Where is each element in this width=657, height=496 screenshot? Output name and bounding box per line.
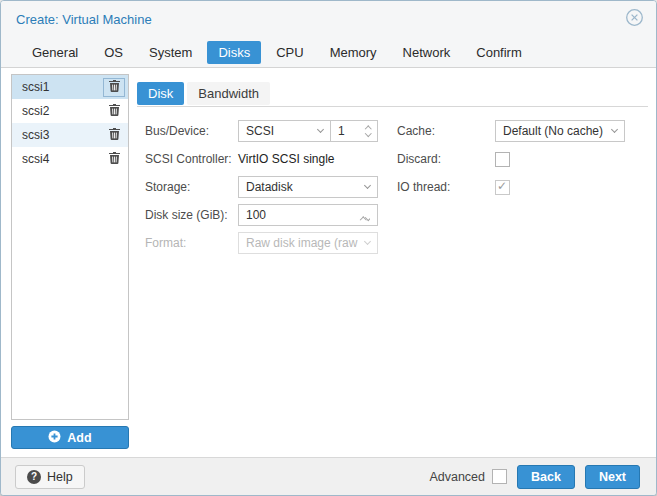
tab-disk[interactable]: Disk xyxy=(137,82,184,105)
form-right-column: Cache: Default (No cache) Discard: xyxy=(397,120,625,260)
bus-number-stepper[interactable]: 1 xyxy=(330,120,378,142)
discard-row: Discard: xyxy=(397,148,625,170)
disk-list: scsi1 scsi2 scsi3 xyxy=(11,74,129,420)
tab-system[interactable]: System xyxy=(138,41,203,64)
delete-disk-button[interactable] xyxy=(103,150,125,169)
disk-size-row: Disk size (GiB): 100 xyxy=(145,204,378,226)
tab-memory[interactable]: Memory xyxy=(319,41,388,64)
tab-cpu[interactable]: CPU xyxy=(265,41,314,64)
disk-sidebar: scsi1 scsi2 scsi3 xyxy=(11,74,129,457)
storage-row: Storage: Datadisk xyxy=(145,176,378,198)
io-thread-checkbox[interactable] xyxy=(495,180,510,195)
cache-label: Cache: xyxy=(397,124,495,138)
discard-checkbox[interactable] xyxy=(495,152,510,167)
io-thread-row: IO thread: xyxy=(397,176,625,198)
disk-label: scsi3 xyxy=(22,128,49,142)
circle-x-icon xyxy=(625,8,644,30)
list-item-scsi2[interactable]: scsi2 xyxy=(12,99,128,123)
add-button-label: Add xyxy=(67,431,91,445)
chevron-down-icon xyxy=(317,126,324,133)
format-row: Format: Raw disk image (raw xyxy=(145,232,378,254)
chevron-down-icon xyxy=(364,182,371,189)
plus-circle-icon xyxy=(48,430,61,446)
bus-device-row: Bus/Device: SCSI 1 xyxy=(145,120,378,142)
discard-label: Discard: xyxy=(397,152,495,166)
cache-select[interactable]: Default (No cache) xyxy=(495,120,625,142)
disk-label: scsi2 xyxy=(22,104,49,118)
dialog-title: Create: Virtual Machine xyxy=(16,12,152,27)
delete-disk-button[interactable] xyxy=(103,126,125,145)
panel-separator xyxy=(137,106,648,107)
format-value: Raw disk image (raw xyxy=(246,236,365,250)
close-button[interactable] xyxy=(624,9,644,29)
create-vm-dialog: Create: Virtual Machine General OS Syste… xyxy=(0,0,657,496)
disk-label: scsi1 xyxy=(22,80,49,94)
tab-network[interactable]: Network xyxy=(392,41,462,64)
storage-value: Datadisk xyxy=(246,180,293,194)
trash-icon xyxy=(109,128,120,143)
advanced-label: Advanced xyxy=(429,470,485,484)
disk-panel: Disk Bandwidth Bus/Device: SCSI xyxy=(137,74,648,457)
back-button[interactable]: Back xyxy=(517,465,575,489)
format-select-disabled: Raw disk image (raw xyxy=(238,232,378,254)
wizard-tabbar: General OS System Disks CPU Memory Netwo… xyxy=(1,37,656,67)
tab-general[interactable]: General xyxy=(21,41,89,64)
list-item-scsi3[interactable]: scsi3 xyxy=(12,123,128,147)
bus-number-value: 1 xyxy=(338,124,345,138)
tab-os[interactable]: OS xyxy=(93,41,134,64)
scsi-controller-label: SCSI Controller: xyxy=(145,152,238,166)
format-label: Format: xyxy=(145,236,238,250)
trash-icon xyxy=(109,104,120,119)
disk-size-stepper[interactable]: 100 xyxy=(238,204,378,226)
spinner-arrows-icon[interactable] xyxy=(357,208,370,222)
list-item-scsi4[interactable]: scsi4 xyxy=(12,147,128,171)
cache-value: Default (No cache) xyxy=(503,124,603,138)
dialog-header: Create: Virtual Machine xyxy=(1,1,656,37)
add-disk-button[interactable]: Add xyxy=(11,426,129,449)
trash-icon xyxy=(109,80,120,95)
spinner-arrows-icon[interactable] xyxy=(362,127,371,135)
tab-disks[interactable]: Disks xyxy=(207,41,261,64)
disk-size-value: 100 xyxy=(246,208,266,222)
next-button[interactable]: Next xyxy=(585,465,640,489)
cache-row: Cache: Default (No cache) xyxy=(397,120,625,142)
io-thread-label: IO thread: xyxy=(397,180,495,194)
chevron-down-icon xyxy=(364,238,371,245)
help-button-label: Help xyxy=(47,470,73,484)
footer-actions: Advanced Back Next xyxy=(429,465,640,489)
help-button[interactable]: ? Help xyxy=(15,465,85,489)
dialog-body: scsi1 scsi2 scsi3 xyxy=(1,67,656,457)
advanced-checkbox[interactable] xyxy=(492,469,507,484)
bus-device-select[interactable]: SCSI xyxy=(238,120,331,142)
storage-label: Storage: xyxy=(145,180,238,194)
form-left-column: Bus/Device: SCSI 1 xyxy=(145,120,378,260)
chevron-down-icon xyxy=(611,126,618,133)
scsi-controller-row: SCSI Controller: VirtIO SCSI single xyxy=(145,148,378,170)
list-item-scsi1[interactable]: scsi1 xyxy=(12,75,128,99)
delete-disk-button[interactable] xyxy=(103,102,125,121)
storage-select[interactable]: Datadisk xyxy=(238,176,378,198)
bus-device-value: SCSI xyxy=(246,124,274,138)
trash-icon xyxy=(109,152,120,167)
tab-bandwidth[interactable]: Bandwidth xyxy=(187,82,270,105)
dialog-footer: ? Help Advanced Back Next xyxy=(1,457,656,495)
question-circle-icon: ? xyxy=(27,470,41,484)
bus-device-label: Bus/Device: xyxy=(145,124,238,138)
delete-disk-button[interactable] xyxy=(103,78,125,97)
disk-form: Bus/Device: SCSI 1 xyxy=(137,120,648,260)
disk-size-label: Disk size (GiB): xyxy=(145,208,238,222)
scsi-controller-value: VirtIO SCSI single xyxy=(238,152,334,166)
disk-label: scsi4 xyxy=(22,152,49,166)
disk-panel-tabbar: Disk Bandwidth xyxy=(137,82,648,105)
tab-confirm[interactable]: Confirm xyxy=(465,41,533,64)
